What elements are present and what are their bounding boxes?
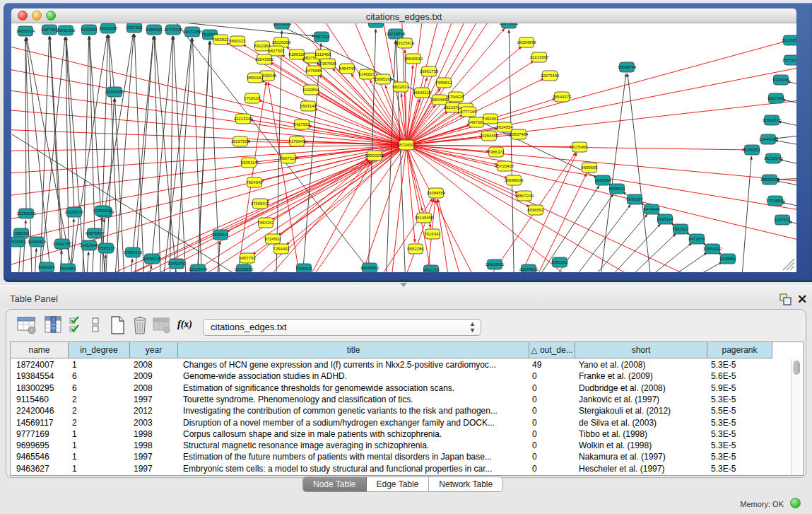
cell-title[interactable]: Tourette syndrome. Phenomenology and cla…	[183, 395, 528, 404]
cell-in_degree[interactable]: 1	[72, 429, 129, 439]
column-header-title[interactable]: title	[178, 342, 529, 358]
row-toggle-icon[interactable]	[90, 315, 102, 338]
cell-out_de[interactable]: 0	[532, 383, 574, 393]
scrollbar-thumb[interactable]	[793, 361, 800, 375]
cell-name[interactable]: 18300295	[16, 383, 67, 393]
table-selector-dropdown[interactable]: citations_edges.txt ▲▼	[203, 319, 481, 336]
cell-in_degree[interactable]: 1	[72, 464, 129, 474]
cell-pagerank[interactable]: 5.3E-5	[711, 429, 771, 439]
cell-name[interactable]: 14569117	[16, 418, 67, 428]
cell-in_degree[interactable]: 1	[72, 360, 129, 370]
column-header-short[interactable]: short	[575, 342, 707, 358]
tab-edge-table[interactable]: Edge Table	[367, 477, 430, 491]
cell-year[interactable]: 2008	[134, 360, 177, 370]
cell-out_de[interactable]: 0	[532, 395, 574, 404]
cell-name[interactable]: 9699695	[16, 440, 67, 450]
graph-node-label: 9724502	[264, 237, 281, 241]
new-file-icon[interactable]	[108, 315, 126, 338]
cell-year[interactable]: 1997	[134, 464, 177, 474]
close-panel-icon[interactable]: ✕	[797, 292, 807, 307]
import-table-disabled-icon[interactable]	[152, 315, 172, 338]
float-panel-icon[interactable]	[779, 293, 792, 305]
cell-title[interactable]: Changes of HCN gene expression and I(f) …	[183, 360, 528, 370]
cell-out_de[interactable]: 0	[532, 406, 574, 416]
cell-short[interactable]: de Silva et al. (2003)	[579, 418, 706, 428]
cell-out_de[interactable]: 0	[532, 464, 574, 474]
cell-title[interactable]: Corpus callosum shape and size in male p…	[183, 429, 528, 439]
cell-short[interactable]: Wolkin et al. (1998)	[579, 440, 706, 450]
cell-year[interactable]: 1997	[134, 395, 177, 404]
cell-year[interactable]: 2012	[134, 406, 177, 416]
cell-title[interactable]: Investigating the contribution of common…	[183, 406, 528, 416]
cell-name[interactable]: 9115460	[16, 395, 67, 404]
table-scrollbar[interactable]	[791, 359, 801, 475]
column-header-name[interactable]: name	[11, 342, 69, 358]
cell-title[interactable]: Genome-wide association studies in ADHD.	[183, 371, 528, 381]
graph-node-label: 7986372	[488, 150, 505, 154]
cell-short[interactable]: Jankovic et al. (1997)	[579, 395, 706, 404]
cell-out_de[interactable]: 0	[532, 452, 574, 462]
cell-title[interactable]: Structural magnetic resonance image aver…	[183, 440, 528, 450]
cell-pagerank[interactable]: 5.6E-5	[711, 371, 771, 381]
cell-year[interactable]: 1998	[134, 440, 177, 450]
tab-node-table[interactable]: Node Table	[303, 477, 367, 491]
cell-title[interactable]: Estimation of significance thresholds fo…	[183, 383, 528, 393]
tab-network-table[interactable]: Network Table	[429, 477, 502, 491]
cell-in_degree[interactable]: 6	[72, 371, 129, 381]
cell-name[interactable]: 9465546	[16, 452, 67, 462]
cell-short[interactable]: Stergiakouli et al. (2012)	[579, 406, 706, 416]
cell-name[interactable]: 18724007	[16, 360, 67, 370]
cell-out_de[interactable]: 0	[532, 371, 574, 381]
cell-short[interactable]: Dudbridge et al. (2008)	[579, 383, 706, 393]
cell-short[interactable]: Hescheler et al. (1997)	[579, 464, 706, 474]
cell-pagerank[interactable]: 5.3E-5	[711, 360, 771, 370]
cell-pagerank[interactable]: 5.3E-5	[711, 452, 771, 462]
network-canvas[interactable]: 1872400714055724636756320691406913022110…	[11, 23, 796, 272]
cell-title[interactable]: Embryonic stem cells: a model to study s…	[183, 464, 528, 474]
column-header-pagerank[interactable]: pagerank	[707, 342, 772, 358]
cell-name[interactable]: 19384554	[16, 371, 67, 381]
column-header-out_de[interactable]: △ out_de...	[529, 342, 575, 358]
column-select-icon[interactable]	[43, 315, 64, 338]
cell-pagerank[interactable]: 5.3E-5	[711, 418, 771, 428]
table-settings-icon[interactable]	[16, 315, 37, 338]
column-header-year[interactable]: year	[130, 342, 178, 358]
cell-short[interactable]: Tibbo et al. (1998)	[579, 429, 706, 439]
delete-table-icon[interactable]	[131, 315, 149, 338]
cell-pagerank[interactable]: 5.5E-5	[711, 406, 771, 416]
select-columns-check-icon[interactable]	[69, 315, 87, 338]
column-header-in_degree[interactable]: in_degree	[69, 342, 130, 358]
cell-in_degree[interactable]: 1	[72, 440, 129, 450]
cell-pagerank[interactable]: 5.3E-5	[711, 464, 771, 474]
cell-year[interactable]: 2009	[134, 371, 177, 381]
cell-in_degree[interactable]: 2	[72, 406, 129, 416]
memory-status-icon[interactable]	[790, 498, 801, 508]
cell-in_degree[interactable]: 2	[72, 418, 129, 428]
cell-pagerank[interactable]: 5.3E-5	[711, 395, 771, 404]
cell-year[interactable]: 2008	[134, 383, 177, 393]
cell-short[interactable]: Nakamura et al. (1997)	[579, 452, 706, 462]
cell-year[interactable]: 2003	[134, 418, 177, 428]
cell-in_degree[interactable]: 6	[72, 383, 129, 393]
cell-in_degree[interactable]: 1	[72, 452, 129, 462]
cell-pagerank[interactable]: 5.3E-5	[711, 440, 771, 450]
cell-pagerank[interactable]: 5.9E-5	[711, 383, 771, 393]
splitter-handle-icon[interactable]	[400, 283, 407, 287]
cell-in_degree[interactable]: 2	[72, 395, 129, 404]
graph-node-label: 7924540	[246, 180, 263, 185]
cell-short[interactable]: Yano et al. (2008)	[579, 360, 706, 370]
cell-name[interactable]: 9777169	[16, 429, 67, 439]
cell-year[interactable]: 1997	[134, 452, 177, 462]
cell-out_de[interactable]: 0	[532, 429, 574, 439]
cell-out_de[interactable]: 49	[532, 360, 574, 370]
function-builder-icon[interactable]: f(x)	[177, 319, 192, 330]
cell-out_de[interactable]: 0	[532, 440, 574, 450]
node-table[interactable]: namein_degreeyeartitle△ out_de...shortpa…	[10, 341, 804, 476]
cell-name[interactable]: 9463627	[16, 464, 67, 474]
cell-short[interactable]: Franke et al. (2009)	[579, 371, 706, 381]
cell-out_de[interactable]: 0	[532, 418, 574, 428]
cell-title[interactable]: Disruption of a novel member of a sodium…	[183, 418, 528, 428]
cell-year[interactable]: 1998	[134, 429, 177, 439]
cell-title[interactable]: Estimation of the future numbers of pati…	[183, 452, 528, 462]
cell-name[interactable]: 22420046	[16, 406, 67, 416]
